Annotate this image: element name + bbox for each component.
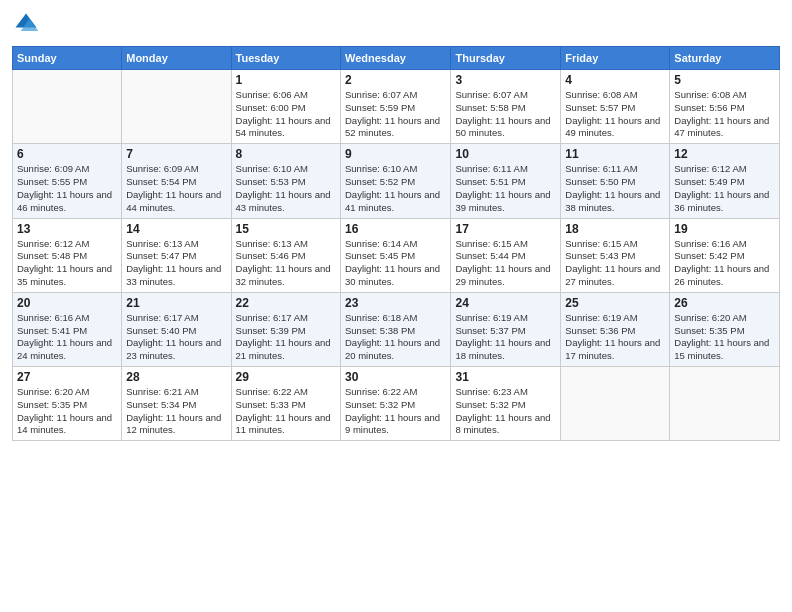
day-info: Sunrise: 6:07 AM Sunset: 5:59 PM Dayligh… [345, 89, 446, 140]
calendar-cell [561, 367, 670, 441]
calendar-cell: 6Sunrise: 6:09 AM Sunset: 5:55 PM Daylig… [13, 144, 122, 218]
day-number: 4 [565, 73, 665, 87]
calendar-cell: 29Sunrise: 6:22 AM Sunset: 5:33 PM Dayli… [231, 367, 340, 441]
calendar-cell: 22Sunrise: 6:17 AM Sunset: 5:39 PM Dayli… [231, 292, 340, 366]
page: SundayMondayTuesdayWednesdayThursdayFrid… [0, 0, 792, 612]
day-number: 28 [126, 370, 226, 384]
weekday-header-monday: Monday [122, 47, 231, 70]
day-number: 5 [674, 73, 775, 87]
day-number: 23 [345, 296, 446, 310]
calendar-cell: 17Sunrise: 6:15 AM Sunset: 5:44 PM Dayli… [451, 218, 561, 292]
weekday-header-thursday: Thursday [451, 47, 561, 70]
day-info: Sunrise: 6:07 AM Sunset: 5:58 PM Dayligh… [455, 89, 556, 140]
calendar-cell: 12Sunrise: 6:12 AM Sunset: 5:49 PM Dayli… [670, 144, 780, 218]
calendar-cell: 13Sunrise: 6:12 AM Sunset: 5:48 PM Dayli… [13, 218, 122, 292]
weekday-header-friday: Friday [561, 47, 670, 70]
day-number: 19 [674, 222, 775, 236]
calendar-cell: 15Sunrise: 6:13 AM Sunset: 5:46 PM Dayli… [231, 218, 340, 292]
calendar-cell: 4Sunrise: 6:08 AM Sunset: 5:57 PM Daylig… [561, 70, 670, 144]
weekday-header-wednesday: Wednesday [341, 47, 451, 70]
day-number: 24 [455, 296, 556, 310]
day-info: Sunrise: 6:15 AM Sunset: 5:44 PM Dayligh… [455, 238, 556, 289]
day-number: 12 [674, 147, 775, 161]
calendar-cell: 9Sunrise: 6:10 AM Sunset: 5:52 PM Daylig… [341, 144, 451, 218]
day-number: 14 [126, 222, 226, 236]
day-number: 10 [455, 147, 556, 161]
calendar-week-row: 20Sunrise: 6:16 AM Sunset: 5:41 PM Dayli… [13, 292, 780, 366]
calendar-cell: 19Sunrise: 6:16 AM Sunset: 5:42 PM Dayli… [670, 218, 780, 292]
day-number: 11 [565, 147, 665, 161]
day-info: Sunrise: 6:14 AM Sunset: 5:45 PM Dayligh… [345, 238, 446, 289]
calendar-cell: 14Sunrise: 6:13 AM Sunset: 5:47 PM Dayli… [122, 218, 231, 292]
day-number: 26 [674, 296, 775, 310]
calendar-cell: 21Sunrise: 6:17 AM Sunset: 5:40 PM Dayli… [122, 292, 231, 366]
day-info: Sunrise: 6:17 AM Sunset: 5:39 PM Dayligh… [236, 312, 336, 363]
calendar-cell: 31Sunrise: 6:23 AM Sunset: 5:32 PM Dayli… [451, 367, 561, 441]
calendar-cell: 8Sunrise: 6:10 AM Sunset: 5:53 PM Daylig… [231, 144, 340, 218]
day-info: Sunrise: 6:16 AM Sunset: 5:42 PM Dayligh… [674, 238, 775, 289]
calendar-cell [670, 367, 780, 441]
day-info: Sunrise: 6:09 AM Sunset: 5:54 PM Dayligh… [126, 163, 226, 214]
day-number: 7 [126, 147, 226, 161]
day-info: Sunrise: 6:19 AM Sunset: 5:37 PM Dayligh… [455, 312, 556, 363]
day-info: Sunrise: 6:06 AM Sunset: 6:00 PM Dayligh… [236, 89, 336, 140]
calendar-cell: 25Sunrise: 6:19 AM Sunset: 5:36 PM Dayli… [561, 292, 670, 366]
day-number: 8 [236, 147, 336, 161]
day-number: 31 [455, 370, 556, 384]
day-info: Sunrise: 6:12 AM Sunset: 5:48 PM Dayligh… [17, 238, 117, 289]
day-number: 16 [345, 222, 446, 236]
day-info: Sunrise: 6:13 AM Sunset: 5:47 PM Dayligh… [126, 238, 226, 289]
day-info: Sunrise: 6:18 AM Sunset: 5:38 PM Dayligh… [345, 312, 446, 363]
weekday-header-saturday: Saturday [670, 47, 780, 70]
day-number: 18 [565, 222, 665, 236]
weekday-header-sunday: Sunday [13, 47, 122, 70]
day-info: Sunrise: 6:22 AM Sunset: 5:32 PM Dayligh… [345, 386, 446, 437]
calendar-cell: 2Sunrise: 6:07 AM Sunset: 5:59 PM Daylig… [341, 70, 451, 144]
day-info: Sunrise: 6:12 AM Sunset: 5:49 PM Dayligh… [674, 163, 775, 214]
day-info: Sunrise: 6:21 AM Sunset: 5:34 PM Dayligh… [126, 386, 226, 437]
calendar-table: SundayMondayTuesdayWednesdayThursdayFrid… [12, 46, 780, 441]
day-number: 2 [345, 73, 446, 87]
calendar-cell: 28Sunrise: 6:21 AM Sunset: 5:34 PM Dayli… [122, 367, 231, 441]
calendar-week-row: 13Sunrise: 6:12 AM Sunset: 5:48 PM Dayli… [13, 218, 780, 292]
calendar-cell: 3Sunrise: 6:07 AM Sunset: 5:58 PM Daylig… [451, 70, 561, 144]
day-number: 29 [236, 370, 336, 384]
calendar-header-row: SundayMondayTuesdayWednesdayThursdayFrid… [13, 47, 780, 70]
weekday-header-tuesday: Tuesday [231, 47, 340, 70]
day-number: 15 [236, 222, 336, 236]
day-number: 9 [345, 147, 446, 161]
calendar-cell: 26Sunrise: 6:20 AM Sunset: 5:35 PM Dayli… [670, 292, 780, 366]
day-number: 13 [17, 222, 117, 236]
day-info: Sunrise: 6:11 AM Sunset: 5:50 PM Dayligh… [565, 163, 665, 214]
day-info: Sunrise: 6:22 AM Sunset: 5:33 PM Dayligh… [236, 386, 336, 437]
day-number: 30 [345, 370, 446, 384]
day-info: Sunrise: 6:08 AM Sunset: 5:56 PM Dayligh… [674, 89, 775, 140]
day-number: 1 [236, 73, 336, 87]
calendar-cell: 18Sunrise: 6:15 AM Sunset: 5:43 PM Dayli… [561, 218, 670, 292]
day-number: 20 [17, 296, 117, 310]
calendar-cell: 1Sunrise: 6:06 AM Sunset: 6:00 PM Daylig… [231, 70, 340, 144]
day-info: Sunrise: 6:16 AM Sunset: 5:41 PM Dayligh… [17, 312, 117, 363]
day-info: Sunrise: 6:15 AM Sunset: 5:43 PM Dayligh… [565, 238, 665, 289]
day-number: 3 [455, 73, 556, 87]
day-info: Sunrise: 6:20 AM Sunset: 5:35 PM Dayligh… [674, 312, 775, 363]
day-info: Sunrise: 6:10 AM Sunset: 5:52 PM Dayligh… [345, 163, 446, 214]
day-info: Sunrise: 6:13 AM Sunset: 5:46 PM Dayligh… [236, 238, 336, 289]
calendar-cell: 16Sunrise: 6:14 AM Sunset: 5:45 PM Dayli… [341, 218, 451, 292]
day-info: Sunrise: 6:08 AM Sunset: 5:57 PM Dayligh… [565, 89, 665, 140]
calendar-cell: 24Sunrise: 6:19 AM Sunset: 5:37 PM Dayli… [451, 292, 561, 366]
day-info: Sunrise: 6:10 AM Sunset: 5:53 PM Dayligh… [236, 163, 336, 214]
day-info: Sunrise: 6:23 AM Sunset: 5:32 PM Dayligh… [455, 386, 556, 437]
calendar-cell: 10Sunrise: 6:11 AM Sunset: 5:51 PM Dayli… [451, 144, 561, 218]
day-info: Sunrise: 6:09 AM Sunset: 5:55 PM Dayligh… [17, 163, 117, 214]
logo-icon [12, 10, 40, 38]
calendar-week-row: 27Sunrise: 6:20 AM Sunset: 5:35 PM Dayli… [13, 367, 780, 441]
day-number: 17 [455, 222, 556, 236]
day-info: Sunrise: 6:19 AM Sunset: 5:36 PM Dayligh… [565, 312, 665, 363]
calendar-cell: 5Sunrise: 6:08 AM Sunset: 5:56 PM Daylig… [670, 70, 780, 144]
calendar-cell [13, 70, 122, 144]
calendar-cell: 30Sunrise: 6:22 AM Sunset: 5:32 PM Dayli… [341, 367, 451, 441]
calendar-cell: 7Sunrise: 6:09 AM Sunset: 5:54 PM Daylig… [122, 144, 231, 218]
calendar-week-row: 6Sunrise: 6:09 AM Sunset: 5:55 PM Daylig… [13, 144, 780, 218]
day-info: Sunrise: 6:11 AM Sunset: 5:51 PM Dayligh… [455, 163, 556, 214]
